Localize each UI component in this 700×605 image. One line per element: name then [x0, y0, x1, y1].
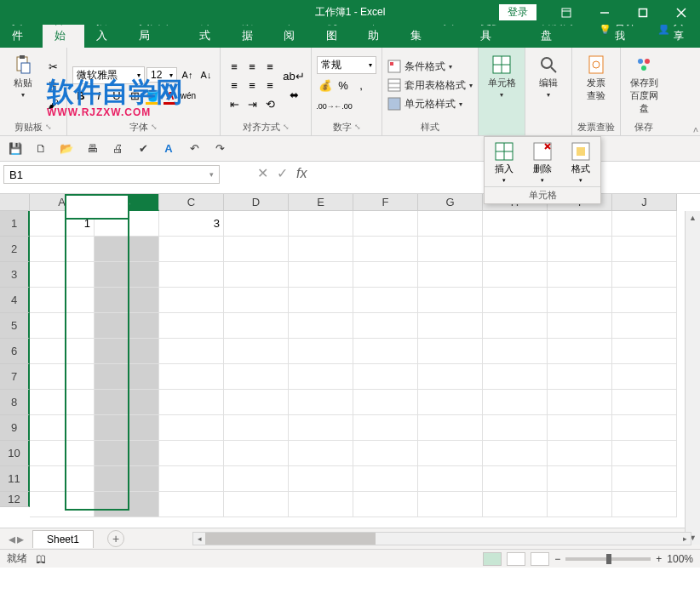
- cell[interactable]: [289, 415, 353, 441]
- cell[interactable]: [353, 262, 418, 288]
- redo-icon[interactable]: ↷: [211, 140, 228, 157]
- cell[interactable]: [418, 288, 483, 313]
- open-icon[interactable]: 📂: [58, 140, 75, 157]
- cell[interactable]: [353, 339, 418, 364]
- font-size-combo[interactable]: 12▾: [146, 67, 177, 83]
- cell[interactable]: [159, 262, 224, 288]
- cell[interactable]: [224, 364, 289, 390]
- cell[interactable]: [483, 313, 548, 339]
- cell[interactable]: [95, 339, 159, 364]
- ribbon-options-icon[interactable]: [547, 0, 585, 25]
- cell[interactable]: [289, 211, 353, 237]
- cell[interactable]: [159, 364, 224, 390]
- cell[interactable]: [289, 390, 353, 415]
- cell[interactable]: [289, 313, 353, 339]
- cell[interactable]: [612, 313, 677, 339]
- save-baidu-button[interactable]: 保存到百度网盘: [626, 51, 662, 118]
- cell[interactable]: [30, 390, 95, 415]
- percent-icon[interactable]: %: [335, 77, 352, 94]
- cell[interactable]: [159, 492, 224, 517]
- cell[interactable]: [224, 237, 289, 262]
- cell[interactable]: [418, 390, 483, 415]
- cell[interactable]: [353, 288, 418, 313]
- cell[interactable]: [159, 466, 224, 492]
- cell[interactable]: [612, 211, 677, 237]
- cell[interactable]: [483, 262, 548, 288]
- number-format-combo[interactable]: 常规▾: [317, 56, 376, 74]
- copy-icon[interactable]: ⎘: [44, 77, 61, 94]
- cell[interactable]: [612, 415, 677, 441]
- zoom-in-icon[interactable]: +: [656, 553, 662, 565]
- scroll-up-icon[interactable]: ▲: [686, 211, 700, 225]
- cell[interactable]: [483, 339, 548, 364]
- col-header-F[interactable]: F: [353, 194, 418, 211]
- cell[interactable]: [548, 313, 612, 339]
- row-header[interactable]: 8: [0, 390, 30, 415]
- align-bottom-icon[interactable]: ≡: [261, 58, 278, 75]
- page-break-view-icon[interactable]: [531, 552, 549, 566]
- shrink-font-icon[interactable]: A↓: [198, 66, 215, 83]
- cell[interactable]: [30, 415, 95, 441]
- cell[interactable]: [289, 441, 353, 466]
- page-layout-view-icon[interactable]: [507, 552, 525, 566]
- comma-icon[interactable]: ,: [353, 77, 370, 94]
- cell[interactable]: [224, 288, 289, 313]
- cell[interactable]: [612, 339, 677, 364]
- collapse-ribbon-icon[interactable]: ʌ: [693, 124, 698, 134]
- add-sheet-button[interactable]: +: [107, 530, 124, 547]
- cell[interactable]: [224, 466, 289, 492]
- fx-icon[interactable]: fx: [296, 166, 307, 181]
- cell[interactable]: [418, 441, 483, 466]
- align-center-icon[interactable]: ≡: [244, 77, 261, 94]
- cell[interactable]: [483, 288, 548, 313]
- row-header[interactable]: 12: [0, 492, 30, 507]
- cell[interactable]: [95, 390, 159, 415]
- italic-icon[interactable]: I: [90, 88, 107, 105]
- spellcheck-icon[interactable]: ✔: [135, 140, 152, 157]
- cancel-icon[interactable]: ✕: [257, 165, 268, 181]
- cell[interactable]: [95, 262, 159, 288]
- cell[interactable]: [289, 339, 353, 364]
- cell[interactable]: [612, 288, 677, 313]
- cell[interactable]: [483, 211, 548, 237]
- cell[interactable]: [612, 466, 677, 492]
- cell[interactable]: [224, 441, 289, 466]
- cell[interactable]: [224, 313, 289, 339]
- decrease-indent-icon[interactable]: ⇤: [226, 95, 243, 112]
- cell[interactable]: [612, 364, 677, 390]
- cell[interactable]: [30, 262, 95, 288]
- cell[interactable]: [95, 415, 159, 441]
- cell[interactable]: [95, 466, 159, 492]
- close-icon[interactable]: [662, 0, 700, 25]
- row-header[interactable]: 9: [0, 415, 30, 441]
- font-name-combo[interactable]: 微软雅黑▾: [72, 66, 145, 84]
- cell[interactable]: [418, 364, 483, 390]
- wrap-text-icon[interactable]: ab↵: [282, 67, 306, 84]
- cell[interactable]: [159, 441, 224, 466]
- undo-icon[interactable]: ↶: [186, 140, 203, 157]
- dialog-launcher-icon[interactable]: ⤡: [45, 123, 52, 131]
- underline-icon[interactable]: U: [108, 88, 125, 105]
- cell[interactable]: [612, 441, 677, 466]
- cell[interactable]: [95, 288, 159, 313]
- cell[interactable]: [30, 492, 95, 517]
- cell[interactable]: [418, 313, 483, 339]
- col-header-B[interactable]: B: [95, 194, 159, 211]
- cell[interactable]: [289, 237, 353, 262]
- cell[interactable]: [418, 211, 483, 237]
- dialog-launcher-icon[interactable]: ⤡: [354, 123, 361, 131]
- cells-area[interactable]: 1 3 // generate remaining rows inline af…: [30, 211, 700, 528]
- cell[interactable]: [159, 237, 224, 262]
- increase-decimal-icon[interactable]: .00→: [317, 98, 334, 115]
- cell[interactable]: [548, 364, 612, 390]
- zoom-slider[interactable]: [565, 557, 651, 561]
- cell[interactable]: [30, 339, 95, 364]
- login-button[interactable]: 登录: [499, 4, 536, 20]
- cell[interactable]: [418, 237, 483, 262]
- cell[interactable]: [353, 313, 418, 339]
- col-header-J[interactable]: J: [612, 194, 677, 211]
- fill-color-icon[interactable]: 🪣: [144, 88, 161, 105]
- cell[interactable]: [159, 313, 224, 339]
- cell[interactable]: [548, 288, 612, 313]
- accessibility-icon[interactable]: 🕮: [36, 553, 46, 565]
